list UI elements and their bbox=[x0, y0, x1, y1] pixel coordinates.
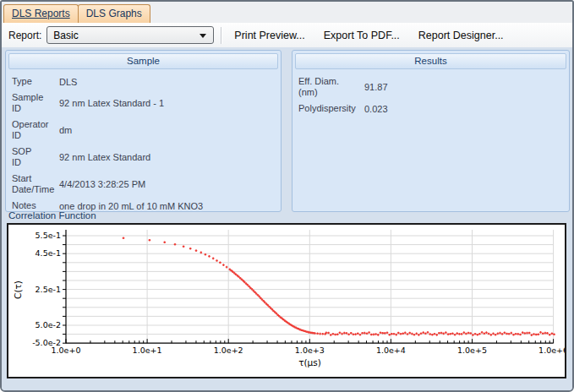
sample-row: Start Date/Time 4/4/2013 3:28:25 PM bbox=[6, 171, 281, 198]
export-to-pdf-button[interactable]: Export To PDF... bbox=[314, 26, 409, 45]
sample-row: SOP ID 92 nm Latex Standard bbox=[6, 144, 281, 171]
x-tick-label: 1.0e+6 bbox=[538, 346, 565, 355]
report-toolbar: Report: Basic Print Preview... Export To… bbox=[2, 23, 572, 47]
panel-row-value: 91.87 bbox=[364, 82, 564, 92]
correlation-data-points bbox=[123, 237, 555, 336]
sample-rows: Type DLS Sample ID 92 nm Latex Standard … bbox=[6, 72, 281, 214]
panel-row-label: Sample ID bbox=[12, 92, 59, 114]
panel-row-label: Start Date/Time bbox=[12, 173, 59, 195]
panel-row-label: Operator ID bbox=[12, 119, 59, 141]
tab-dls-graphs-label: DLS Graphs bbox=[86, 8, 142, 19]
results-panel-header: Results bbox=[295, 53, 566, 69]
chart-section-title: Correlation Function bbox=[8, 210, 96, 220]
panel-row-value: 4/4/2013 3:28:25 PM bbox=[59, 179, 276, 189]
y-tick-label: 5.0e-2 bbox=[36, 320, 61, 329]
panel-row-label: Polydispersity bbox=[298, 103, 364, 114]
x-axis-title: τ(μs) bbox=[298, 357, 321, 368]
x-tick-label: 1.0e+1 bbox=[133, 346, 162, 355]
tab-dls-reports-label: DLS Reports bbox=[12, 8, 70, 19]
y-tick-label: 5.5e-1 bbox=[36, 231, 61, 240]
report-designer-button[interactable]: Report Designer... bbox=[409, 26, 513, 45]
y-tick-label: 4.5e-1 bbox=[36, 248, 61, 258]
print-preview-button[interactable]: Print Preview... bbox=[225, 26, 314, 45]
y-axis-title: C(τ) bbox=[13, 280, 23, 299]
sample-panel-header: Sample bbox=[8, 53, 278, 69]
correlation-chart: 1.0e+01.0e+11.0e+21.0e+31.0e+41.0e+51.0e… bbox=[7, 223, 566, 378]
tab-dls-graphs[interactable]: DLS Graphs bbox=[78, 4, 150, 23]
panel-row-value: 0.023 bbox=[364, 104, 564, 114]
panel-row-value: DLS bbox=[59, 77, 276, 87]
results-row: Eff. Diam. (nm) 91.87 bbox=[292, 74, 569, 101]
report-content: Sample Type DLS Sample ID 92 nm Latex St… bbox=[2, 47, 572, 390]
dls-report-window: DLS Reports DLS Graphs Report: Basic Pri… bbox=[0, 0, 574, 392]
sample-row: Type DLS bbox=[6, 74, 281, 90]
chevron-down-icon bbox=[200, 34, 206, 38]
tab-dls-reports[interactable]: DLS Reports bbox=[3, 4, 79, 23]
report-label: Report: bbox=[8, 30, 41, 41]
y-tick-label: -5.0e-2 bbox=[32, 338, 61, 347]
x-tick-label: 1.0e+3 bbox=[295, 346, 325, 355]
panel-row-value: 92 nm Latex Standard bbox=[59, 152, 276, 162]
panel-row-label: SOP ID bbox=[12, 146, 59, 168]
sample-panel: Sample Type DLS Sample ID 92 nm Latex St… bbox=[5, 50, 282, 212]
report-combobox-value: Basic bbox=[53, 30, 78, 41]
x-tick-label: 1.0e+5 bbox=[457, 346, 487, 355]
results-panel: Results Eff. Diam. (nm) 91.87 Polydisper… bbox=[292, 50, 570, 212]
y-tick-label: 2.5e-1 bbox=[36, 285, 61, 294]
sample-row: Operator ID dm bbox=[6, 117, 281, 144]
x-tick-label: 1.0e+4 bbox=[376, 346, 406, 355]
toolbar-separator bbox=[221, 27, 221, 44]
tab-bar: DLS Reports DLS Graphs bbox=[2, 2, 572, 23]
panel-row-label: Eff. Diam. (nm) bbox=[298, 76, 364, 98]
panel-row-value: one drop in 20 mL of 10 mM KNO3 bbox=[59, 201, 276, 211]
results-rows: Eff. Diam. (nm) 91.87 Polydispersity 0.0… bbox=[292, 72, 569, 117]
chart-generated-layer: 1.0e+01.0e+11.0e+21.0e+31.0e+41.0e+51.0e… bbox=[32, 230, 565, 355]
results-row: Polydispersity 0.023 bbox=[292, 101, 569, 117]
correlation-chart-svg: 1.0e+01.0e+11.0e+21.0e+31.0e+41.0e+51.0e… bbox=[8, 225, 565, 377]
sample-row: Sample ID 92 nm Latex Standard - 1 bbox=[6, 90, 281, 117]
x-tick-label: 1.0e+2 bbox=[214, 346, 243, 355]
report-combobox[interactable]: Basic bbox=[46, 26, 214, 44]
panel-row-value: 92 nm Latex Standard - 1 bbox=[59, 98, 276, 108]
panel-row-value: dm bbox=[59, 125, 276, 135]
panel-row-label: Type bbox=[12, 76, 59, 87]
